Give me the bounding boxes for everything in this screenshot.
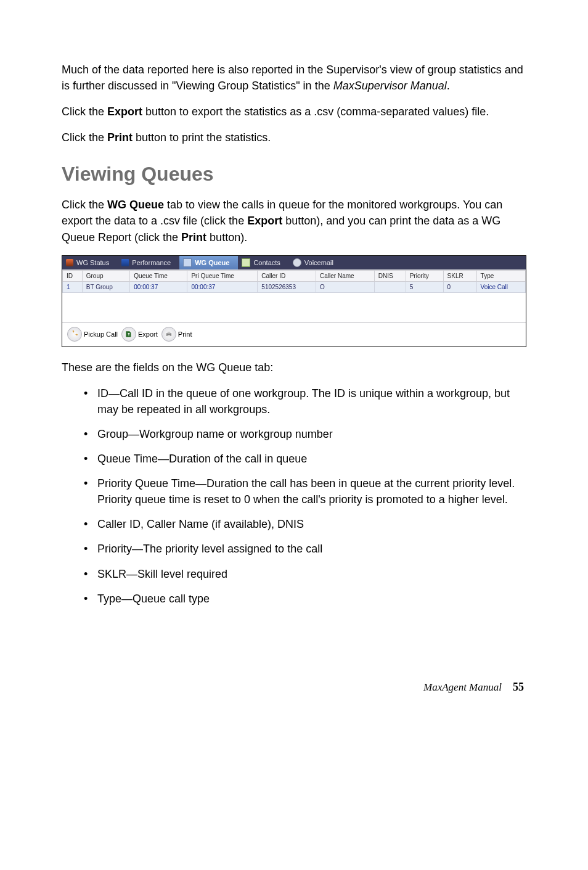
cell-id: 1 bbox=[63, 281, 83, 292]
fields-intro: These are the fields on the WG Queue tab… bbox=[62, 359, 526, 375]
tab-label: Performance bbox=[132, 259, 171, 266]
status-icon bbox=[66, 259, 73, 266]
tab-voicemail[interactable]: Voicemail bbox=[289, 256, 342, 269]
queue-icon bbox=[183, 258, 192, 267]
cell-queue-time: 00:00:37 bbox=[130, 281, 187, 292]
col-priority[interactable]: Priority bbox=[406, 270, 443, 281]
text: (if available), bbox=[208, 518, 277, 530]
intro-paragraph-3: Click the Print button to print the stat… bbox=[62, 129, 526, 146]
tab-performance[interactable]: Performance bbox=[118, 256, 179, 269]
list-item: Type—Queue call type bbox=[84, 591, 526, 607]
field-desc: —Duration of the call in queue bbox=[158, 453, 307, 465]
cell-priority: 5 bbox=[406, 281, 443, 292]
wg-queue-label: WG Queue bbox=[107, 199, 164, 211]
print-button[interactable]: Print bbox=[161, 327, 192, 342]
text: Much of the data reported here is also r… bbox=[62, 64, 523, 92]
text: , bbox=[141, 518, 147, 530]
field-desc: —Queue call type bbox=[121, 593, 210, 605]
field-name: SKLR bbox=[97, 568, 126, 580]
performance-icon bbox=[121, 259, 129, 266]
export-button[interactable]: Export bbox=[121, 327, 158, 342]
cell-sklr: 0 bbox=[443, 281, 476, 292]
field-desc: —Call ID in the queue of one workgroup. … bbox=[97, 387, 510, 416]
text: button to export the statistics as a .cs… bbox=[142, 105, 489, 118]
field-name: Caller ID bbox=[97, 518, 141, 530]
cell-caller-id: 5102526353 bbox=[258, 281, 316, 292]
tab-label: WG Status bbox=[76, 259, 109, 266]
col-dnis[interactable]: DNIS bbox=[374, 270, 406, 281]
table-header-row: ID Group Queue Time Pri Queue Time Calle… bbox=[63, 270, 526, 281]
field-name: Priority Queue Time bbox=[97, 477, 195, 490]
svg-rect-1 bbox=[167, 332, 170, 334]
section-title: Viewing Queues bbox=[62, 163, 526, 186]
tab-wg-status[interactable]: WG Status bbox=[62, 256, 118, 269]
intro-paragraph-1: Much of the data reported here is also r… bbox=[62, 62, 526, 94]
book-title: MaxAgent Manual bbox=[423, 681, 502, 694]
field-desc: —Skill level required bbox=[126, 568, 227, 580]
button-label: Export bbox=[138, 330, 158, 338]
col-group[interactable]: Group bbox=[82, 270, 130, 281]
print-label: Print bbox=[181, 231, 206, 244]
col-sklr[interactable]: SKLR bbox=[443, 270, 476, 281]
field-desc: —The priority level assigned to the call bbox=[132, 543, 322, 555]
list-item: Priority—The priority level assigned to … bbox=[84, 541, 526, 557]
print-label: Print bbox=[107, 131, 133, 144]
text: Click the bbox=[62, 199, 107, 211]
contacts-icon bbox=[242, 258, 250, 267]
list-item: ID—Call ID in the queue of one workgroup… bbox=[84, 385, 526, 417]
col-caller-name[interactable]: Caller Name bbox=[316, 270, 375, 281]
page-footer: MaxAgent Manual 55 bbox=[62, 681, 526, 694]
cell-pri-queue-time: 00:00:37 bbox=[187, 281, 258, 292]
voicemail-icon bbox=[293, 258, 301, 267]
text: Click the bbox=[62, 105, 107, 118]
pickup-call-icon bbox=[67, 327, 82, 342]
tab-bar: WG Status Performance WG Queue Contacts … bbox=[62, 256, 526, 269]
col-id[interactable]: ID bbox=[63, 270, 83, 281]
list-item: Group—Workgroup name or workgroup number bbox=[84, 426, 526, 442]
section-paragraph: Click the WG Queue tab to view the calls… bbox=[62, 197, 526, 245]
field-name: Queue Time bbox=[97, 453, 158, 465]
cell-dnis bbox=[374, 281, 406, 292]
col-pri-queue-time[interactable]: Pri Queue Time bbox=[187, 270, 258, 281]
tab-contacts[interactable]: Contacts bbox=[238, 256, 288, 269]
table-empty-area bbox=[62, 293, 526, 322]
field-name: Group bbox=[97, 428, 128, 440]
text: button to print the statistics. bbox=[133, 131, 271, 144]
list-item: Priority Queue Time—Duration the call ha… bbox=[84, 475, 526, 507]
toolbar: Pickup Call Export Print bbox=[62, 322, 526, 347]
tab-label: Contacts bbox=[253, 259, 280, 266]
page-number: 55 bbox=[513, 681, 524, 694]
field-name: DNIS bbox=[277, 518, 304, 530]
text: . bbox=[447, 80, 450, 92]
manual-name: MaxSupervisor Manual bbox=[333, 80, 447, 92]
table-row[interactable]: 1 BT Group 00:00:37 00:00:37 5102526353 … bbox=[63, 281, 526, 292]
cell-group: BT Group bbox=[82, 281, 130, 292]
print-icon bbox=[161, 327, 176, 342]
export-label: Export bbox=[247, 215, 282, 227]
export-label: Export bbox=[107, 105, 142, 118]
wg-queue-screenshot: WG Status Performance WG Queue Contacts … bbox=[62, 255, 526, 347]
list-item: SKLR—Skill level required bbox=[84, 566, 526, 582]
cell-type: Voice Call bbox=[476, 281, 525, 292]
text: button). bbox=[206, 231, 247, 244]
field-name: Type bbox=[97, 593, 121, 605]
tab-wg-queue[interactable]: WG Queue bbox=[179, 256, 238, 269]
col-type[interactable]: Type bbox=[476, 270, 525, 281]
field-name: Priority bbox=[97, 543, 132, 555]
col-queue-time[interactable]: Queue Time bbox=[130, 270, 187, 281]
list-item: Caller ID, Caller Name (if available), D… bbox=[84, 516, 526, 532]
svg-rect-2 bbox=[167, 335, 170, 337]
intro-paragraph-2: Click the Export button to export the st… bbox=[62, 104, 526, 120]
field-name: Caller Name bbox=[147, 518, 208, 530]
field-desc: —Workgroup name or workgroup number bbox=[128, 428, 333, 440]
field-name: ID bbox=[97, 387, 108, 400]
tab-label: WG Queue bbox=[195, 259, 229, 266]
button-label: Print bbox=[178, 330, 192, 338]
pickup-call-button[interactable]: Pickup Call bbox=[67, 327, 118, 342]
list-item: Queue Time—Duration of the call in queue bbox=[84, 451, 526, 467]
button-label: Pickup Call bbox=[84, 330, 118, 338]
fields-list: ID—Call ID in the queue of one workgroup… bbox=[62, 385, 526, 607]
export-icon bbox=[121, 327, 136, 342]
col-caller-id[interactable]: Caller ID bbox=[258, 270, 316, 281]
text: Click the bbox=[62, 131, 107, 144]
